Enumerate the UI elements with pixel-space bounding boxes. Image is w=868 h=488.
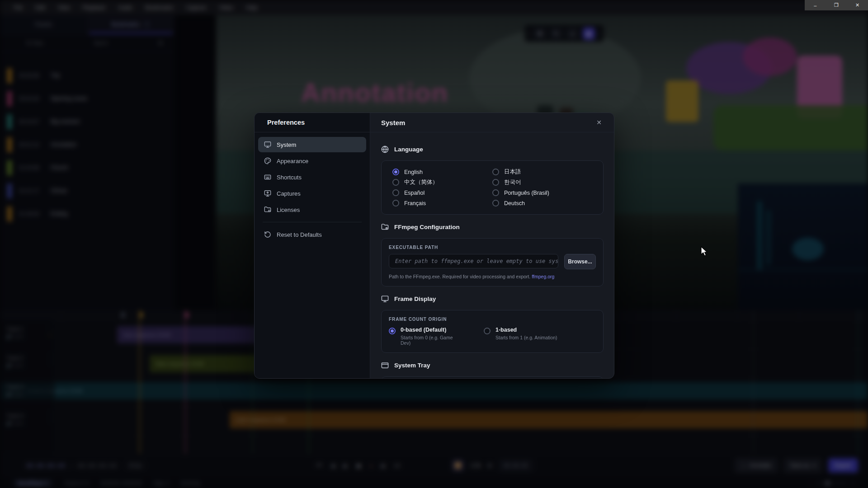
radio [492, 200, 499, 206]
language-option-spanish[interactable]: Español [392, 188, 492, 198]
executable-path-row: Enter path to ffmpeg.exe or leave empty … [389, 254, 596, 269]
app-window: File Edit View Playback Audio Bookmarks … [0, 0, 868, 488]
ffmpeg-path-input[interactable]: Enter path to ffmpeg.exe or leave empty … [389, 254, 558, 268]
preferences-content: System ✕ Language English 中文（简体） Español [370, 113, 614, 378]
system-tray-section-header: System Tray [381, 360, 604, 370]
nav-label: Captures [277, 190, 301, 197]
nav-item-appearance[interactable]: Appearance [258, 153, 366, 169]
radio [392, 200, 399, 206]
radio [492, 169, 499, 175]
language-card: English 中文（简体） Español Français 日本語 한국어 … [381, 160, 604, 215]
restore-button[interactable]: ❐ [826, 0, 847, 10]
monitor-icon [264, 141, 271, 148]
globe-icon [381, 145, 389, 153]
ffmpeg-section: FFmpeg Configuration EXECUTABLE PATH Ent… [381, 222, 604, 286]
preferences-sidebar: Preferences System Appearance Shortcuts … [255, 113, 370, 378]
ffmpeg-card: EXECUTABLE PATH Enter path to ffmpeg.exe… [381, 238, 604, 286]
radio-label: 한국어 [504, 178, 521, 186]
preferences-body: Language English 中文（简体） Español Français… [370, 132, 614, 378]
palette-icon [264, 157, 271, 164]
language-option-german[interactable]: Deutsch [492, 198, 592, 208]
system-tray-section: System Tray [381, 360, 604, 378]
radio [392, 189, 399, 196]
window-controls: – ❐ ✕ [805, 0, 868, 10]
folder-cog-icon [381, 223, 389, 231]
language-section: Language English 中文（简体） Español Français… [381, 144, 604, 215]
ffmpeg-section-header: FFmpeg Configuration [381, 222, 604, 232]
rotate-ccw-icon [264, 231, 271, 238]
browse-button[interactable]: Browse... [564, 254, 596, 269]
radio [492, 189, 499, 196]
section-title: Frame Display [394, 296, 436, 302]
option-text: 1-based Starts from 1 (e.g. Animation) [495, 327, 557, 340]
frame-display-section-header: Frame Display [381, 294, 604, 304]
nav-label: Licenses [277, 206, 300, 213]
frame-display-section: Frame Display FRAME COUNT ORIGIN 0-based… [381, 294, 604, 353]
option-0-based[interactable]: 0-based (Default) Starts from 0 (e.g. Ga… [389, 327, 464, 346]
language-column-right: 日本語 한국어 Português (Brasil) Deutsch [492, 167, 592, 208]
option-label: 0-based (Default) [401, 327, 464, 333]
reset-label: Reset to Defaults [277, 231, 322, 238]
option-text: 0-based (Default) Starts from 0 (e.g. Ga… [401, 327, 464, 346]
language-section-header: Language [381, 144, 604, 154]
preferences-header: System ✕ [370, 113, 614, 132]
section-title: System Tray [394, 362, 430, 369]
monitor-icon [381, 295, 389, 303]
radio-label: Español [404, 190, 425, 196]
preferences-dialog: Preferences System Appearance Shortcuts … [254, 113, 614, 379]
radio-selected [389, 328, 396, 334]
nav-item-licenses[interactable]: Licenses [258, 202, 366, 217]
radio-label: Português (Brasil) [504, 190, 549, 196]
option-sublabel: Starts from 1 (e.g. Animation) [495, 335, 557, 340]
option-sublabel: Starts from 0 (e.g. Game Dev) [401, 335, 464, 346]
nav-label: Appearance [277, 158, 308, 164]
radio [484, 328, 491, 334]
monitor-up-icon [264, 190, 271, 197]
section-title: Language [394, 146, 423, 153]
system-tray-card [381, 376, 604, 378]
radio-label: Deutsch [504, 200, 525, 206]
minimize-button[interactable]: – [805, 0, 826, 10]
preferences-nav: System Appearance Shortcuts Captures Lic… [255, 132, 370, 248]
ffmpeg-org-link[interactable]: ffmpeg.org [532, 274, 554, 279]
mouse-cursor [700, 246, 708, 257]
language-option-french[interactable]: Français [392, 198, 492, 208]
nav-divider [263, 222, 362, 222]
radio [492, 179, 499, 186]
keyboard-icon [264, 174, 271, 181]
close-window-button[interactable]: ✕ [847, 0, 868, 10]
radio-label: Français [404, 200, 426, 206]
option-label: 1-based [495, 327, 557, 333]
frame-display-card: FRAME COUNT ORIGIN 0-based (Default) Sta… [381, 310, 604, 353]
app-window-icon [381, 361, 389, 369]
radio [392, 179, 399, 186]
frame-origin-options: 0-based (Default) Starts from 0 (e.g. Ga… [389, 327, 596, 346]
nav-label: Shortcuts [277, 174, 302, 181]
folder-badge-icon [264, 206, 271, 213]
language-column-left: English 中文（简体） Español Français [392, 167, 492, 208]
close-dialog-button[interactable]: ✕ [593, 117, 605, 128]
radio-label: 中文（简体） [404, 178, 438, 186]
preferences-title: Preferences [255, 113, 370, 132]
radio-label: 日本語 [504, 168, 521, 176]
help-text: Path to the FFmpeg.exe. Required for vid… [389, 274, 530, 279]
executable-path-label: EXECUTABLE PATH [389, 245, 596, 250]
language-option-korean[interactable]: 한국어 [492, 177, 592, 188]
nav-item-captures[interactable]: Captures [258, 186, 366, 201]
radio-label: English [404, 169, 423, 175]
language-option-chinese[interactable]: 中文（简体） [392, 177, 492, 188]
section-title: FFmpeg Configuration [394, 224, 460, 230]
language-option-portuguese[interactable]: Português (Brasil) [492, 188, 592, 198]
reset-to-defaults-button[interactable]: Reset to Defaults [258, 227, 366, 242]
page-title: System [381, 119, 405, 127]
nav-item-shortcuts[interactable]: Shortcuts [258, 169, 366, 185]
option-1-based[interactable]: 1-based Starts from 1 (e.g. Animation) [484, 327, 557, 346]
frame-count-origin-label: FRAME COUNT ORIGIN [389, 317, 596, 322]
language-option-japanese[interactable]: 日本語 [492, 167, 592, 177]
nav-item-system[interactable]: System [258, 137, 366, 152]
language-option-english[interactable]: English [392, 167, 492, 177]
radio-selected [392, 169, 399, 175]
ffmpeg-help-text: Path to the FFmpeg.exe. Required for vid… [389, 274, 596, 279]
nav-label: System [277, 141, 296, 148]
